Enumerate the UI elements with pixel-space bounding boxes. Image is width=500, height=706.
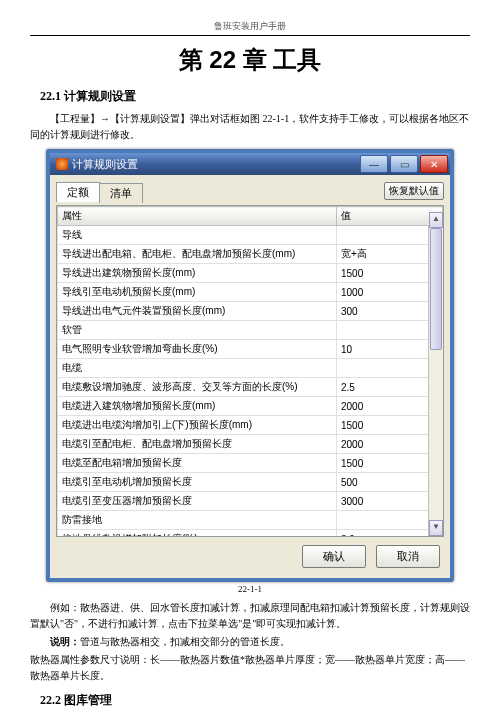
- paragraph-3: 说明：管道与散热器相交，扣减相交部分的管道长度。: [30, 634, 470, 650]
- property-cell[interactable]: 电缆敷设增加驰度、波形高度、交叉等方面的长度(%): [58, 378, 337, 397]
- paragraph-3-text: 管道与散热器相交，扣减相交部分的管道长度。: [80, 636, 290, 647]
- col-header-value[interactable]: 值: [337, 207, 443, 226]
- section-2-title: 22.2 图库管理: [40, 692, 470, 706]
- value-cell[interactable]: [337, 321, 443, 340]
- property-cell[interactable]: 电缆引至变压器增加预留长度: [58, 492, 337, 511]
- grid-container: 属性 值 导线导线进出配电箱、配电柜、配电盘增加预留长度(mm)宽+高导线进出建…: [56, 205, 444, 537]
- ok-button[interactable]: 确认: [302, 545, 366, 568]
- maximize-button[interactable]: ▭: [390, 155, 418, 173]
- value-cell[interactable]: 1500: [337, 454, 443, 473]
- close-button[interactable]: ✕: [420, 155, 448, 173]
- paragraph-4: 散热器属性参数尺寸说明：长——散热器片数值*散热器单片厚度；宽——散热器单片宽度…: [30, 652, 470, 684]
- table-row[interactable]: 电缆: [58, 359, 443, 378]
- col-header-property[interactable]: 属性: [58, 207, 337, 226]
- table-row[interactable]: 软管: [58, 321, 443, 340]
- table-row[interactable]: 电缆引至电动机增加预留长度500: [58, 473, 443, 492]
- property-cell[interactable]: 电缆: [58, 359, 337, 378]
- property-cell[interactable]: 电缆至配电箱增加预留长度: [58, 454, 337, 473]
- tab-qingdan[interactable]: 清单: [99, 183, 143, 203]
- table-row[interactable]: 电气照明专业软管增加弯曲长度(%)10: [58, 340, 443, 359]
- dialog-window: 计算规则设置 — ▭ ✕ 定额 清单 恢复默认值 属性: [46, 149, 454, 582]
- scroll-up-arrow[interactable]: ▲: [429, 212, 443, 228]
- property-cell[interactable]: 软管: [58, 321, 337, 340]
- chapter-title: 第 22 章 工具: [30, 44, 470, 76]
- property-cell[interactable]: 电缆引至电动机增加预留长度: [58, 473, 337, 492]
- section-1-title: 22.1 计算规则设置: [40, 88, 470, 105]
- property-cell[interactable]: 接地母线敷设增加附加长度(%): [58, 530, 337, 538]
- value-cell[interactable]: 10: [337, 340, 443, 359]
- value-cell[interactable]: 3.9: [337, 530, 443, 538]
- doc-header: 鲁班安装用户手册: [30, 20, 470, 33]
- property-cell[interactable]: 导线进出配电箱、配电柜、配电盘增加预留长度(mm): [58, 245, 337, 264]
- property-cell[interactable]: 电缆进出电缆沟增加引上(下)预留长度(mm): [58, 416, 337, 435]
- value-cell[interactable]: 300: [337, 302, 443, 321]
- value-cell[interactable]: 500: [337, 473, 443, 492]
- table-row[interactable]: 导线进出电气元件装置预留长度(mm)300: [58, 302, 443, 321]
- properties-grid[interactable]: 属性 值 导线导线进出配电箱、配电柜、配电盘增加预留长度(mm)宽+高导线进出建…: [57, 206, 443, 537]
- property-cell[interactable]: 导线引至电动机预留长度(mm): [58, 283, 337, 302]
- property-cell[interactable]: 导线进出电气元件装置预留长度(mm): [58, 302, 337, 321]
- value-cell[interactable]: 2000: [337, 435, 443, 454]
- paragraph-1: 【工程量】→【计算规则设置】弹出对话框如图 22-1-1，软件支持手工修改，可以…: [30, 111, 470, 143]
- dialog-body: 定额 清单 恢复默认值 属性 值 导线导线进出配电箱、配电柜、配电盘增加预留长度…: [50, 175, 450, 578]
- table-row[interactable]: 电缆至配电箱增加预留长度1500: [58, 454, 443, 473]
- value-cell[interactable]: [337, 226, 443, 245]
- scroll-thumb[interactable]: [430, 228, 442, 350]
- table-row[interactable]: 电缆敷设增加驰度、波形高度、交叉等方面的长度(%)2.5: [58, 378, 443, 397]
- paragraph-2: 例如：散热器进、供、回水管长度扣减计算，扣减原理同配电箱扣减计算预留长度，计算规…: [30, 600, 470, 632]
- value-cell[interactable]: 2.5: [337, 378, 443, 397]
- table-row[interactable]: 导线进出建筑物预留长度(mm)1500: [58, 264, 443, 283]
- tab-strip: 定额 清单: [56, 181, 142, 201]
- table-row[interactable]: 导线引至电动机预留长度(mm)1000: [58, 283, 443, 302]
- window-title: 计算规则设置: [72, 157, 138, 172]
- value-cell[interactable]: 宽+高: [337, 245, 443, 264]
- table-row[interactable]: 电缆进入建筑物增加预留长度(mm)2000: [58, 397, 443, 416]
- value-cell[interactable]: [337, 511, 443, 530]
- value-cell[interactable]: 1000: [337, 283, 443, 302]
- note-label: 说明：: [50, 636, 80, 647]
- table-row[interactable]: 接地母线敷设增加附加长度(%)3.9: [58, 530, 443, 538]
- minimize-button[interactable]: —: [360, 155, 388, 173]
- property-cell[interactable]: 导线: [58, 226, 337, 245]
- property-cell[interactable]: 电缆进入建筑物增加预留长度(mm): [58, 397, 337, 416]
- property-cell[interactable]: 防雷接地: [58, 511, 337, 530]
- table-row[interactable]: 防雷接地: [58, 511, 443, 530]
- table-row[interactable]: 导线进出配电箱、配电柜、配电盘增加预留长度(mm)宽+高: [58, 245, 443, 264]
- app-icon: [56, 158, 68, 170]
- property-cell[interactable]: 电缆引至配电柜、配电盘增加预留长度: [58, 435, 337, 454]
- table-row[interactable]: 导线: [58, 226, 443, 245]
- value-cell[interactable]: 1500: [337, 264, 443, 283]
- vertical-scrollbar[interactable]: ▲ ▼: [428, 226, 443, 536]
- header-rule: [30, 35, 470, 36]
- table-row[interactable]: 电缆引至变压器增加预留长度3000: [58, 492, 443, 511]
- table-row[interactable]: 电缆引至配电柜、配电盘增加预留长度2000: [58, 435, 443, 454]
- table-row[interactable]: 电缆进出电缆沟增加引上(下)预留长度(mm)1500: [58, 416, 443, 435]
- figure-caption-1: 22-1-1: [30, 584, 470, 594]
- value-cell[interactable]: 1500: [337, 416, 443, 435]
- property-cell[interactable]: 导线进出建筑物预留长度(mm): [58, 264, 337, 283]
- value-cell[interactable]: 2000: [337, 397, 443, 416]
- restore-defaults-button[interactable]: 恢复默认值: [384, 182, 444, 200]
- value-cell[interactable]: 3000: [337, 492, 443, 511]
- scroll-down-arrow[interactable]: ▼: [429, 520, 443, 536]
- dialog-footer: 确认 取消: [56, 537, 444, 572]
- value-cell[interactable]: [337, 359, 443, 378]
- tab-dinge[interactable]: 定额: [56, 182, 100, 202]
- cancel-button[interactable]: 取消: [376, 545, 440, 568]
- property-cell[interactable]: 电气照明专业软管增加弯曲长度(%): [58, 340, 337, 359]
- titlebar[interactable]: 计算规则设置 — ▭ ✕: [50, 153, 450, 175]
